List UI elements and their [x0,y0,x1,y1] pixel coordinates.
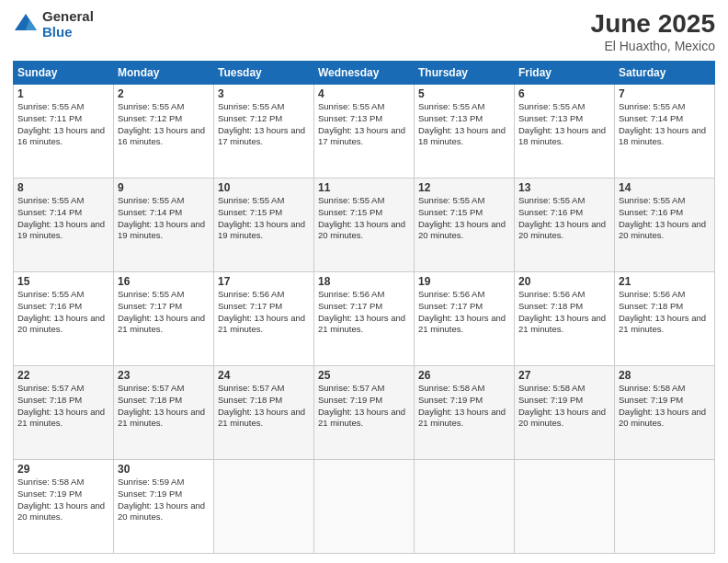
day-number: 10 [218,181,310,194]
calendar-week-row: 1 Sunrise: 5:55 AM Sunset: 7:11 PM Dayli… [14,85,715,178]
day-info: Sunrise: 5:55 AM Sunset: 7:16 PM Dayligh… [518,195,610,242]
sunrise-label: Sunrise: 5:56 AM [619,289,685,299]
daylight-label: Daylight: 13 hours and 19 minutes. [17,219,105,241]
day-info: Sunrise: 5:57 AM Sunset: 7:19 PM Dayligh… [318,383,410,430]
sunset-label: Sunset: 7:14 PM [17,207,82,217]
sunrise-label: Sunrise: 5:55 AM [118,101,184,111]
daylight-label: Daylight: 13 hours and 20 minutes. [17,500,105,523]
sunrise-label: Sunrise: 5:55 AM [17,289,84,299]
sunrise-label: Sunrise: 5:55 AM [619,101,685,111]
sunset-label: Sunset: 7:17 PM [418,301,483,311]
day-info: Sunrise: 5:55 AM Sunset: 7:13 PM Dayligh… [318,101,410,148]
table-cell: 29 Sunrise: 5:58 AM Sunset: 7:19 PM Dayl… [14,460,114,554]
day-number: 30 [118,463,210,476]
table-cell [415,460,515,554]
sunrise-label: Sunrise: 5:58 AM [619,383,685,393]
day-number: 28 [619,369,711,382]
day-number: 18 [318,275,410,288]
table-cell: 13 Sunrise: 5:55 AM Sunset: 7:16 PM Dayl… [515,178,615,272]
daylight-label: Daylight: 13 hours and 16 minutes. [118,125,205,147]
sunset-label: Sunset: 7:14 PM [619,113,683,123]
daylight-label: Daylight: 13 hours and 18 minutes. [418,125,506,147]
month-title: June 2025 [591,9,715,39]
sunrise-label: Sunrise: 5:58 AM [518,383,585,393]
day-info: Sunrise: 5:55 AM Sunset: 7:15 PM Dayligh… [218,195,310,242]
daylight-label: Daylight: 13 hours and 20 minutes. [418,219,506,241]
sunrise-label: Sunrise: 5:55 AM [17,101,84,111]
table-cell: 14 Sunrise: 5:55 AM Sunset: 7:16 PM Dayl… [615,178,715,272]
sunrise-label: Sunrise: 5:55 AM [318,101,384,111]
sunrise-label: Sunrise: 5:55 AM [218,195,284,205]
sunrise-label: Sunrise: 5:58 AM [17,477,84,487]
day-number: 24 [218,369,310,382]
day-info: Sunrise: 5:57 AM Sunset: 7:18 PM Dayligh… [118,383,210,430]
day-number: 25 [318,369,410,382]
sunset-label: Sunset: 7:14 PM [118,207,182,217]
sunset-label: Sunset: 7:19 PM [17,488,82,499]
daylight-label: Daylight: 13 hours and 20 minutes. [619,407,706,429]
sunset-label: Sunset: 7:19 PM [518,395,583,405]
day-info: Sunrise: 5:58 AM Sunset: 7:19 PM Dayligh… [518,383,610,430]
sunrise-label: Sunrise: 5:55 AM [118,195,184,205]
table-cell: 16 Sunrise: 5:55 AM Sunset: 7:17 PM Dayl… [114,272,214,366]
sunset-label: Sunset: 7:16 PM [17,301,82,311]
daylight-label: Daylight: 13 hours and 21 minutes. [318,313,405,335]
calendar-week-row: 8 Sunrise: 5:55 AM Sunset: 7:14 PM Dayli… [14,178,715,272]
day-info: Sunrise: 5:55 AM Sunset: 7:14 PM Dayligh… [17,195,109,242]
daylight-label: Daylight: 13 hours and 21 minutes. [418,313,506,335]
daylight-label: Daylight: 13 hours and 17 minutes. [218,125,305,147]
day-number: 11 [318,181,410,194]
daylight-label: Daylight: 13 hours and 18 minutes. [518,125,606,147]
day-info: Sunrise: 5:59 AM Sunset: 7:19 PM Dayligh… [118,477,210,523]
table-cell: 19 Sunrise: 5:56 AM Sunset: 7:17 PM Dayl… [415,272,515,366]
day-number: 22 [17,369,109,382]
day-number: 1 [17,87,109,100]
daylight-label: Daylight: 13 hours and 21 minutes. [118,407,205,429]
day-number: 12 [418,181,510,194]
sunset-label: Sunset: 7:13 PM [318,113,382,123]
day-info: Sunrise: 5:55 AM Sunset: 7:12 PM Dayligh… [118,101,210,148]
header-monday: Monday [114,62,214,85]
day-number: 14 [619,181,711,194]
daylight-label: Daylight: 13 hours and 21 minutes. [418,407,506,429]
table-cell: 21 Sunrise: 5:56 AM Sunset: 7:18 PM Dayl… [615,272,715,366]
day-info: Sunrise: 5:57 AM Sunset: 7:18 PM Dayligh… [17,383,109,430]
sunrise-label: Sunrise: 5:56 AM [218,289,284,299]
table-cell: 6 Sunrise: 5:55 AM Sunset: 7:13 PM Dayli… [515,85,615,178]
sunrise-label: Sunrise: 5:59 AM [118,477,184,487]
table-cell: 18 Sunrise: 5:56 AM Sunset: 7:17 PM Dayl… [314,272,415,366]
header: General Blue June 2025 El Huaxtho, Mexic… [13,9,715,53]
table-cell: 11 Sunrise: 5:55 AM Sunset: 7:15 PM Dayl… [314,178,415,272]
sunset-label: Sunset: 7:13 PM [518,113,583,123]
table-cell: 26 Sunrise: 5:58 AM Sunset: 7:19 PM Dayl… [415,366,515,460]
sunrise-label: Sunrise: 5:56 AM [318,289,384,299]
sunrise-label: Sunrise: 5:56 AM [418,289,484,299]
day-number: 21 [619,275,711,288]
calendar-week-row: 29 Sunrise: 5:58 AM Sunset: 7:19 PM Dayl… [14,460,715,554]
day-info: Sunrise: 5:55 AM Sunset: 7:13 PM Dayligh… [418,101,510,148]
table-cell: 15 Sunrise: 5:55 AM Sunset: 7:16 PM Dayl… [14,272,114,366]
table-cell: 2 Sunrise: 5:55 AM Sunset: 7:12 PM Dayli… [114,85,214,178]
sunrise-label: Sunrise: 5:55 AM [17,195,84,205]
daylight-label: Daylight: 13 hours and 20 minutes. [318,219,405,241]
day-info: Sunrise: 5:57 AM Sunset: 7:18 PM Dayligh… [218,383,310,430]
day-number: 23 [118,369,210,382]
table-cell: 12 Sunrise: 5:55 AM Sunset: 7:15 PM Dayl… [415,178,515,272]
day-info: Sunrise: 5:55 AM Sunset: 7:12 PM Dayligh… [218,101,310,148]
daylight-label: Daylight: 13 hours and 20 minutes. [619,219,706,241]
day-info: Sunrise: 5:58 AM Sunset: 7:19 PM Dayligh… [17,477,109,523]
sunrise-label: Sunrise: 5:55 AM [518,101,585,111]
sunset-label: Sunset: 7:18 PM [17,395,82,405]
table-cell: 23 Sunrise: 5:57 AM Sunset: 7:18 PM Dayl… [114,366,214,460]
header-saturday: Saturday [615,62,715,85]
day-info: Sunrise: 5:56 AM Sunset: 7:17 PM Dayligh… [218,289,310,336]
day-number: 13 [518,181,610,194]
daylight-label: Daylight: 13 hours and 21 minutes. [218,313,305,335]
table-cell: 20 Sunrise: 5:56 AM Sunset: 7:18 PM Dayl… [515,272,615,366]
sunset-label: Sunset: 7:18 PM [218,395,282,405]
sunset-label: Sunset: 7:13 PM [418,113,483,123]
day-info: Sunrise: 5:55 AM Sunset: 7:11 PM Dayligh… [17,101,109,148]
sunrise-label: Sunrise: 5:57 AM [17,383,84,393]
daylight-label: Daylight: 13 hours and 20 minutes. [518,407,606,429]
day-info: Sunrise: 5:56 AM Sunset: 7:17 PM Dayligh… [418,289,510,336]
